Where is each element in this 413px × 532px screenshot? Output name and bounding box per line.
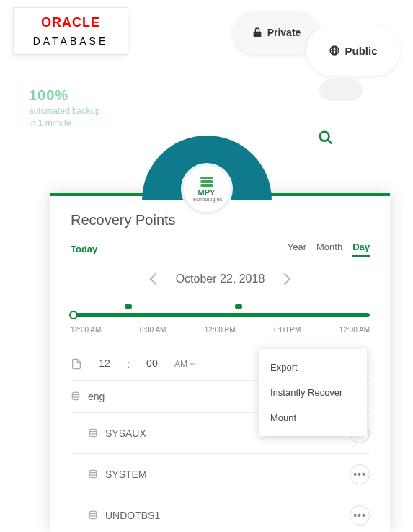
svg-point-3 [89, 429, 96, 432]
lock-icon [252, 27, 263, 38]
svg-point-2 [72, 392, 79, 395]
current-date: October 22, 2018 [176, 272, 265, 285]
timeline-cursor[interactable] [69, 311, 78, 319]
mpy-badge: MPY Technologies [181, 163, 233, 215]
more-button[interactable]: ••• [350, 505, 370, 526]
more-button[interactable]: ••• [350, 464, 370, 484]
public-label: Public [345, 45, 377, 57]
menu-export[interactable]: Export [259, 355, 367, 380]
tree-root-label: eng [88, 391, 105, 402]
panel-title: Recovery Points [71, 212, 370, 229]
database-icon [88, 510, 98, 521]
private-label: Private [267, 27, 301, 38]
tree-child-label: UNDOTBS1 [105, 510, 160, 521]
svg-point-5 [89, 511, 96, 514]
tree-child-label: SYSTEM [105, 469, 147, 480]
search-icon [318, 130, 334, 146]
database-icon [88, 469, 98, 480]
tab-month[interactable]: Month [316, 241, 342, 257]
timeline-track [71, 313, 370, 317]
today-link[interactable]: Today [71, 244, 97, 254]
tick: 6:00 PM [274, 326, 301, 334]
time-row: : AM Export Instantly Recover Mount [71, 347, 370, 380]
oracle-name: ORACLE [22, 15, 119, 30]
tab-day[interactable]: Day [352, 241, 370, 257]
database-icon [88, 427, 98, 439]
timeline[interactable] [71, 298, 370, 322]
tick: 12:00 AM [71, 326, 101, 334]
tick-labels: 12:00 AM 6:00 AM 12:00 PM 6:00 PM 12:00 … [71, 326, 370, 334]
svg-point-4 [89, 470, 96, 473]
date-nav: October 22, 2018 [71, 272, 370, 285]
menu-instantly-recover[interactable]: Instantly Recover [259, 380, 367, 405]
tree-child-row[interactable]: SYSTEM ••• [71, 453, 370, 495]
ampm-select[interactable]: AM [174, 359, 195, 369]
time-sep: : [127, 358, 130, 370]
public-cloud: Public [306, 25, 400, 76]
small-cloud [319, 79, 363, 101]
blurb-line3: in 1 minute [29, 118, 144, 130]
blurb-line1: 100% [29, 85, 144, 105]
mpy-sub: Technologies [190, 197, 222, 202]
tick: 6:00 AM [140, 326, 166, 334]
oracle-database-logo: ORACLE DATABASE [13, 7, 128, 55]
recovery-point-mark[interactable] [125, 304, 132, 309]
chevron-down-icon [190, 361, 195, 367]
recovery-panel: Recovery Points Today Year Month Day Oct… [50, 193, 390, 532]
mpy-name: MPY [198, 188, 216, 197]
svg-line-1 [328, 140, 332, 144]
tree-child-label: SYSAUX [105, 427, 146, 439]
minute-input[interactable] [137, 356, 167, 371]
ampm-label: AM [174, 359, 187, 369]
tick: 12:00 PM [205, 326, 236, 334]
mpy-logo-wrap: MPY Technologies [142, 136, 272, 200]
svg-point-0 [320, 132, 329, 141]
tab-year[interactable]: Year [288, 241, 306, 257]
context-menu: Export Instantly Recover Mount [259, 349, 367, 436]
blurb-line2: automated backup [29, 105, 144, 118]
globe-icon [329, 45, 340, 56]
next-day-button[interactable] [279, 273, 291, 285]
stack-icon [200, 177, 213, 187]
range-tabs: Year Month Day [288, 241, 370, 257]
hour-input[interactable] [89, 356, 120, 371]
oracle-sub: DATABASE [22, 32, 119, 47]
menu-mount[interactable]: Mount [259, 405, 367, 430]
tree-child-row[interactable]: UNDOTBS1 ••• [71, 495, 370, 532]
prev-day-button[interactable] [149, 273, 161, 285]
recovery-point-mark[interactable] [235, 304, 242, 309]
database-icon [71, 391, 81, 402]
backup-blurb: 100% automated backup in 1 minute [29, 85, 144, 130]
log-file-icon [71, 358, 82, 371]
tick: 12:00 AM [339, 326, 370, 334]
